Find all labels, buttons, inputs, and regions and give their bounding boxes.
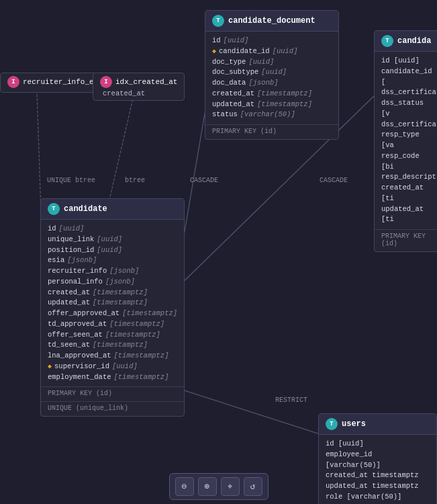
table-fields-candidate-document: id [uuid] ◆ candidate_id [uuid] doc_type… xyxy=(205,32,338,124)
table-candidate-right[interactable]: T candida id [uuid] candidate_id [ dss_c… xyxy=(374,30,437,252)
table-name-candidate-document: candidate_document xyxy=(228,16,315,26)
field-r-id: id [uuid] xyxy=(381,56,434,67)
field-doc-subtype: doc_subtype [uuid] xyxy=(212,67,332,78)
cand-field-employment-date: employment_date [timestamptz] xyxy=(48,372,177,383)
table-header-candidate-document: T candidate_document xyxy=(205,11,338,32)
users-field-id: id [uuid] xyxy=(326,439,430,450)
table-footer-candidate-document: PRIMARY KEY (id) xyxy=(205,124,338,139)
field-r-dss-cert2: dss_certificate xyxy=(381,120,434,130)
label-restrict: RESTRICT xyxy=(275,396,307,404)
table-header-candidate: T candidate xyxy=(41,199,184,220)
bottom-toolbar: ⊖ ⊕ ⌖ ↺ xyxy=(169,473,269,500)
diagram-canvas: I recruiter_info_email I idx_created_at … xyxy=(0,0,437,504)
label-btree: btree xyxy=(125,177,145,184)
field-r-candidate-id: candidate_id [ xyxy=(381,67,434,88)
table-candidate[interactable]: T candidate id [uuid] unique_link [uuid]… xyxy=(40,198,185,417)
index-name-created: idx_created_at xyxy=(115,78,177,86)
table-fields-candidate: id [uuid] unique_link [uuid] position_id… xyxy=(41,220,184,386)
cand-field-created-at: created_at [timestamptz] xyxy=(48,288,177,298)
index-icon-recruiter: I xyxy=(7,76,19,88)
users-field-employee-id: employee_id [varchar(50)] xyxy=(326,450,430,471)
cand-field-id: id [uuid] xyxy=(48,224,177,235)
field-r-created: created_at [ti xyxy=(381,183,434,204)
field-id: id [uuid] xyxy=(212,36,332,46)
table-name-candidate: candidate xyxy=(64,204,107,214)
table-icon-users: T xyxy=(326,418,338,430)
field-r-updated: updated_at [ti xyxy=(381,204,434,226)
field-doc-data: doc_data [jsonb] xyxy=(212,78,332,89)
cand-field-offer-seen: offer_seen_at [timestamptz] xyxy=(48,330,177,341)
field-candidate-id: ◆ candidate_id [uuid] xyxy=(212,46,332,57)
users-field-created-at: created_at timestamptz xyxy=(326,470,430,481)
label-unique-btree: UNIQUE btree xyxy=(47,177,95,184)
cand-field-recruiter-info: recruiter_info [jsonb] xyxy=(48,266,177,277)
label-cascade-left: CASCADE xyxy=(190,177,218,184)
table-footer-candidate-right: PRIMARY KEY (id) xyxy=(375,229,437,251)
field-updated-at: updated_at [timestamptz] xyxy=(212,99,332,110)
field-r-resp-code: resp_code [bi xyxy=(381,151,434,173)
field-r-dss-status: dss_status [v xyxy=(381,98,434,120)
table-header-candidate-right: T candida xyxy=(375,31,437,52)
cand-field-position-id: position_id [uuid] xyxy=(48,245,177,256)
table-icon-candidate-document: T xyxy=(212,15,224,27)
table-fields-candidate-right: id [uuid] candidate_id [ dss_certificate… xyxy=(375,52,437,229)
field-created-at: created_at [timestamptz] xyxy=(212,89,332,99)
table-footer-candidate-2: UNIQUE (unique_link) xyxy=(41,401,184,416)
cand-field-lna-approved: lna_approved_at [timestamptz] xyxy=(48,351,177,362)
fit-button[interactable]: ⌖ xyxy=(221,477,240,496)
zoom-in-button[interactable]: ⊕ xyxy=(198,477,217,496)
table-candidate-document[interactable]: T candidate_document id [uuid] ◆ candida… xyxy=(205,10,339,140)
field-r-resp-desc: resp_descript xyxy=(381,172,434,183)
index-field-created: created_at xyxy=(100,89,177,97)
table-fields-users: id [uuid] employee_id [varchar(50)] crea… xyxy=(319,435,436,504)
field-status: status [varchar(50)] xyxy=(212,110,332,120)
cand-field-updated-at: updated_at [timestamptz] xyxy=(48,298,177,308)
cand-field-unique-link: unique_link [uuid] xyxy=(48,235,177,245)
svg-line-3 xyxy=(107,93,134,208)
table-icon-candidate-right: T xyxy=(381,35,393,47)
table-name-users: users xyxy=(342,419,366,429)
cand-field-esia: esia [jsonb] xyxy=(48,255,177,266)
cand-field-td-seen: td_seen_at [timestamptz] xyxy=(48,340,177,351)
users-field-updated-at: updated_at timestamptz xyxy=(326,481,430,492)
table-icon-candidate: T xyxy=(48,203,60,215)
label-cascade-right: CASCADE xyxy=(320,177,348,184)
reset-button[interactable]: ↺ xyxy=(244,477,262,496)
field-r-dss-cert: dss_certificate xyxy=(381,87,434,98)
users-field-role: role [varchar(50)] xyxy=(326,492,430,503)
table-users[interactable]: T users id [uuid] employee_id [varchar(5… xyxy=(318,413,437,504)
field-r-resp-type: resp_type [va xyxy=(381,130,434,151)
index-card-idx-created-at: I idx_created_at created_at xyxy=(93,73,185,101)
cand-field-personal-info: personal_info [jsonb] xyxy=(48,277,177,288)
field-doc-type: doc_type [uuid] xyxy=(212,57,332,68)
cand-field-td-approved: td_approved_at [timestamptz] xyxy=(48,319,177,330)
table-header-users: T users xyxy=(319,414,436,435)
table-footer-candidate-1: PRIMARY KEY (id) xyxy=(41,386,184,401)
table-name-candidate-right: candida xyxy=(397,36,431,46)
zoom-out-button[interactable]: ⊖ xyxy=(175,477,194,496)
index-icon-created: I xyxy=(100,76,112,88)
cand-field-offer-approved: offer_approved_at [timestamptz] xyxy=(48,308,177,319)
cand-field-supervisor-id: ◆ supervisor_id [uuid] xyxy=(48,362,177,372)
